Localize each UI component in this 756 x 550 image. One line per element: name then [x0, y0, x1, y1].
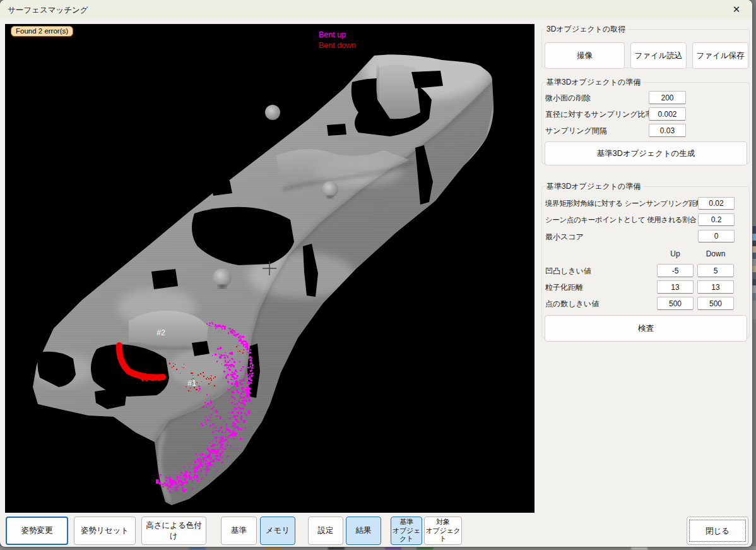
legend-bent-up: Bent up	[319, 30, 346, 39]
defect-marker-2: #2	[157, 328, 165, 337]
pose-change-button[interactable]: 姿勢変更	[6, 517, 68, 545]
label-min-face-removal: 微小面の削除	[545, 93, 591, 104]
label-scene-sampling-distance: 境界矩形対角線に対する シーンサンプリング距離	[545, 199, 703, 208]
column-header-up: Up	[657, 249, 694, 258]
group-acquire-3d-object: 3Dオブジェクトの取得 撮像 ファイル読込 ファイル保存	[541, 24, 750, 68]
point-count-threshold-down-input[interactable]	[697, 297, 734, 310]
point-count-threshold-up-input[interactable]	[657, 297, 694, 310]
label-sampling-interval: サンプリング間隔	[545, 126, 607, 136]
close-button-label: 閉じる	[689, 520, 746, 542]
reference-button[interactable]: 基準	[221, 517, 257, 545]
capture-button[interactable]: 撮像	[545, 42, 625, 69]
target-object-button[interactable]: 対象 オブジェクト	[424, 517, 462, 545]
window-close-icon[interactable]: ✕	[729, 3, 743, 16]
min-score-input[interactable]	[698, 230, 735, 242]
defect-marker-1: #1	[187, 379, 196, 388]
legend-bent-down: Bent down	[319, 41, 356, 50]
label-keypoint-fraction: シーン点のキーポイントとして 使用される割合	[545, 215, 697, 225]
granulation-distance-down-input[interactable]	[697, 280, 734, 294]
memory-button[interactable]: メモリ	[260, 517, 295, 545]
label-concavity-threshold: 凹凸しきい値	[545, 266, 591, 277]
results-button[interactable]: 結果	[346, 517, 381, 545]
group-scene-prep: 基準3Dオブジェクトの準備 境界矩形対角線に対する シーンサンプリング距離 シー…	[541, 181, 750, 338]
group-reference-prep: 基準3Dオブジェクトの準備 微小面の削除 直径に対するサンプリング比率 サンプリ…	[541, 77, 750, 164]
inspect-button[interactable]: 検査	[545, 315, 747, 342]
surface-matching-dialog: サーフェスマッチング ✕	[0, 0, 752, 547]
file-load-button[interactable]: ファイル読込	[630, 42, 687, 69]
group-scene-prep-title: 基準3Dオブジェクトの準備	[545, 181, 642, 192]
title-bar: サーフェスマッチング ✕	[0, 0, 752, 19]
close-button[interactable]: 閉じる	[687, 517, 748, 545]
background-window-edge	[752, 0, 756, 550]
3d-scan-render	[5, 24, 535, 513]
settings-button[interactable]: 設定	[308, 517, 343, 545]
label-granulation-distance: 粒子化距離	[545, 282, 583, 293]
reference-object-button[interactable]: 基準 オブジェクト	[391, 517, 422, 545]
desktop-background: サーフェスマッチング ✕	[0, 0, 756, 550]
generate-reference-object-button[interactable]: 基準3Dオブジェクトの生成	[545, 141, 747, 165]
pose-reset-button[interactable]: 姿勢リセット	[74, 517, 136, 545]
group-reference-prep-title: 基準3Dオブジェクトの準備	[545, 77, 642, 88]
concavity-threshold-up-input[interactable]	[657, 264, 694, 277]
granulation-distance-up-input[interactable]	[657, 280, 694, 294]
label-sampling-ratio: 直径に対するサンプリング比率	[545, 109, 653, 120]
window-title: サーフェスマッチング	[8, 5, 88, 16]
min-face-removal-input[interactable]	[649, 91, 686, 104]
label-point-count-threshold: 点の数しきい値	[545, 299, 599, 309]
height-coloring-button[interactable]: 高さによる色付け	[141, 517, 206, 545]
3d-viewport[interactable]: Found 2 error(s) Bent up Bent down #2 #1	[5, 24, 535, 513]
column-header-down: Down	[697, 249, 734, 258]
concavity-threshold-down-input[interactable]	[697, 264, 734, 277]
group-acquire-title: 3Dオブジェクトの取得	[545, 24, 627, 35]
keypoint-fraction-input[interactable]	[698, 213, 735, 226]
label-min-score: 最小スコア	[545, 232, 584, 242]
sampling-ratio-input[interactable]	[649, 107, 686, 121]
error-count-badge: Found 2 error(s)	[11, 26, 73, 37]
settings-panel: 3Dオブジェクトの取得 撮像 ファイル読込 ファイル保存 基準3Dオブジェクトの…	[540, 19, 752, 513]
sampling-interval-input[interactable]	[649, 124, 686, 137]
scene-sampling-distance-input[interactable]	[698, 197, 735, 210]
file-save-button[interactable]: ファイル保存	[692, 42, 748, 69]
